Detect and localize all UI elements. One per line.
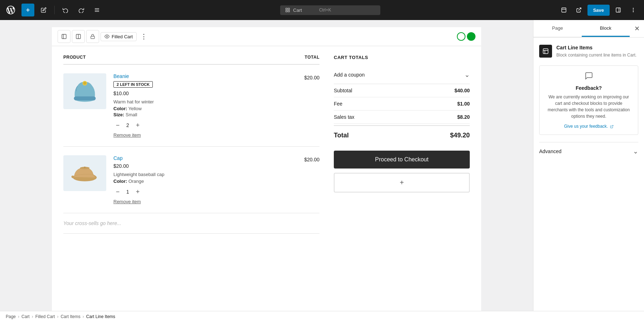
preview-layout-btn[interactable] <box>557 4 570 16</box>
beanie-remove-link[interactable]: Remove item <box>113 132 141 138</box>
breadcrumb-cart[interactable]: Cart <box>21 314 30 319</box>
editor-area[interactable]: Filled Cart ⋮ PRODUCT TOTAL <box>0 20 533 311</box>
breadcrumb-filled-cart[interactable]: Filled Cart <box>35 314 55 319</box>
coupon-chevron-icon: ⌄ <box>464 71 470 79</box>
panel-tabs-row: Page Block ✕ <box>533 20 644 38</box>
search-label: Cart <box>293 8 302 13</box>
undo-btn[interactable] <box>59 4 72 16</box>
two-col-icon <box>75 34 81 39</box>
tab-block[interactable]: Block <box>582 20 630 37</box>
svg-rect-5 <box>286 8 287 10</box>
undo-icon <box>63 7 68 13</box>
block-title: Cart Line Items <box>556 45 636 50</box>
block-info: Cart Line Items Block containing current… <box>539 45 638 58</box>
svg-point-25 <box>83 82 86 85</box>
tab-page[interactable]: Page <box>533 20 582 37</box>
pencil-icon <box>41 7 47 13</box>
wp-logo[interactable] <box>4 4 17 16</box>
svg-rect-12 <box>616 8 620 12</box>
block-icon <box>539 45 552 58</box>
checkout-button[interactable]: Proceed to Checkout <box>334 151 470 169</box>
block-description: Block containing current line items in C… <box>556 52 636 58</box>
subtotal-label: Subtotal <box>334 88 352 93</box>
cart-totals-header: CART TOTALS <box>334 55 470 60</box>
breadcrumb-page[interactable]: Page <box>6 314 16 319</box>
add-block-button[interactable]: + <box>334 173 470 192</box>
feedback-link[interactable]: Give us your feedback. <box>564 124 613 129</box>
cap-name[interactable]: Cap <box>113 155 123 161</box>
cap-qty-increase[interactable]: + <box>133 187 142 196</box>
breadcrumb-bar: Page › Cart › Filled Cart › Cart Items ›… <box>0 311 644 322</box>
search-bar[interactable]: Cart Ctrl+K <box>280 5 380 15</box>
svg-rect-17 <box>62 34 66 39</box>
beanie-name[interactable]: Beanie <box>113 73 129 79</box>
lock-btn[interactable] <box>86 30 99 43</box>
more-vertical-icon <box>630 7 636 13</box>
advanced-label: Advanced <box>539 148 561 154</box>
svg-point-15 <box>633 10 633 10</box>
svg-point-14 <box>633 8 633 9</box>
svg-line-11 <box>578 8 581 10</box>
svg-point-22 <box>106 36 108 37</box>
cart-table-header: PRODUCT TOTAL <box>63 55 319 65</box>
svg-rect-7 <box>288 10 289 12</box>
settings-toggle-btn[interactable] <box>612 4 625 16</box>
toggle-sidebar-btn[interactable] <box>58 30 70 43</box>
coupon-row[interactable]: Add a coupon ⌄ <box>334 66 470 84</box>
edit-mode-btn[interactable] <box>37 4 50 16</box>
beanie-illustration <box>70 77 99 106</box>
external-link-btn[interactable] <box>572 4 585 16</box>
cap-image <box>63 155 106 191</box>
feedback-section: Feedback? We are currently working on im… <box>539 65 638 135</box>
view-label-text: Filled Cart <box>112 34 133 39</box>
external-link-small-icon <box>610 125 614 128</box>
two-col-btn[interactable] <box>72 30 85 43</box>
layout-icon <box>561 7 567 13</box>
cap-price: $20.00 <box>113 163 297 169</box>
tax-row: Sales tax $8.20 <box>334 111 470 124</box>
cart-left: PRODUCT TOTAL <box>63 55 319 234</box>
status-dot-outline <box>457 32 465 41</box>
advanced-row[interactable]: Advanced ⌄ <box>539 142 638 160</box>
cap-qty-decrease[interactable]: − <box>113 187 122 196</box>
svg-line-33 <box>611 125 613 127</box>
editor-canvas: Filled Cart ⋮ PRODUCT TOTAL <box>52 27 481 311</box>
search-icon <box>285 8 290 13</box>
save-button[interactable]: Save <box>587 5 610 16</box>
svg-point-29 <box>84 166 86 168</box>
beanie-qty-increase[interactable]: + <box>133 121 142 130</box>
plus-icon <box>25 7 31 13</box>
redo-btn[interactable] <box>75 4 88 16</box>
status-dots <box>457 32 475 41</box>
filled-cart-label[interactable]: Filled Cart <box>101 32 137 41</box>
eye-icon <box>104 34 109 39</box>
beanie-details: Beanie 2 LEFT IN STOCK $10.00 Warm hat f… <box>113 73 297 138</box>
cap-remove-link[interactable]: Remove item <box>113 199 141 204</box>
advanced-chevron-icon: ⌄ <box>633 147 638 155</box>
beanie-color: Color: Yellow <box>113 106 297 111</box>
toolbar-center: Cart Ctrl+K <box>106 5 555 15</box>
block-more-btn[interactable]: ⋮ <box>138 31 150 42</box>
beanie-stock: 2 LEFT IN STOCK <box>113 81 153 88</box>
cap-qty-value: 1 <box>125 189 131 195</box>
add-block-toolbar-btn[interactable] <box>21 4 34 16</box>
top-toolbar: Cart Ctrl+K Save <box>0 0 644 20</box>
more-items-hint: Your cross-sells go here... <box>63 213 319 234</box>
cart-content: PRODUCT TOTAL <box>52 46 481 242</box>
panel-close-btn[interactable]: ✕ <box>630 20 644 37</box>
svg-rect-30 <box>543 49 548 54</box>
feedback-title: Feedback? <box>545 85 632 91</box>
message-icon <box>585 72 593 80</box>
beanie-price: $10.00 <box>113 91 297 96</box>
breadcrumb-cart-items[interactable]: Cart Items <box>60 314 80 319</box>
beanie-qty-decrease[interactable]: − <box>113 121 122 130</box>
feedback-icon <box>545 72 632 82</box>
beanie-qty-control: − 2 + <box>113 121 297 130</box>
lock-icon <box>90 34 95 39</box>
more-options-btn[interactable] <box>627 4 640 16</box>
redo-icon <box>78 7 84 13</box>
list-view-btn[interactable] <box>91 4 103 16</box>
tax-value: $8.20 <box>457 114 470 120</box>
right-panel: Page Block ✕ Cart Line Items Block conta… <box>533 20 644 311</box>
cap-qty-control: − 1 + <box>113 187 297 196</box>
